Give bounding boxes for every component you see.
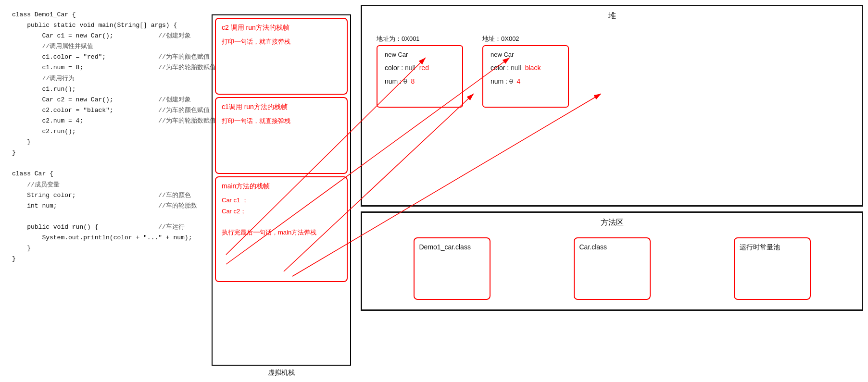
heap-obj1-num-old: 0 — [403, 77, 407, 85]
heap-obj1-color-old: null — [405, 64, 415, 72]
main-frame-note: 执行完最后一句话，main方法弹栈 — [222, 227, 341, 238]
car-class-box: Car.class — [574, 237, 651, 300]
code-line: } — [12, 255, 16, 262]
stack-panel: c2 调用 run方法的栈帧 打印一句话，就直接弹栈 c1调用 run方法的栈帧… — [212, 14, 351, 377]
code-line — [12, 160, 16, 167]
c1-run-frame: c1调用 run方法的栈帧 打印一句话，就直接弹栈 — [215, 97, 348, 174]
stack-label: 虚拟机栈 — [212, 369, 351, 377]
c2-run-frame: c2 调用 run方法的栈帧 打印一句话，就直接弹栈 — [215, 18, 348, 95]
code-line: class Car { — [12, 170, 53, 177]
c1-frame-content: 打印一句话，就直接弹栈 — [222, 115, 341, 126]
code-line: Car c2 = new Car(); //创建对象 — [12, 96, 191, 103]
heap-obj2-color-new: black — [525, 64, 541, 72]
main-layout: class Demo1_Car { public static void mai… — [0, 0, 868, 382]
heap-obj1: new Car color : null red num : 0 8 — [377, 45, 463, 108]
heap-obj1-num: num : 0 8 — [385, 74, 455, 88]
main-var-c2: Car c2； — [222, 206, 341, 217]
runtime-pool-label: 运行时常量池 — [740, 243, 780, 252]
code-line: c1.run(); — [12, 86, 76, 93]
heap-wrapper: 堆 地址为：0X001 new Car color : null red — [361, 5, 863, 207]
code-block: class Demo1_Car { public static void mai… — [12, 10, 204, 264]
code-line: public void run() { //车运行 — [12, 223, 185, 231]
heap-obj1-wrapper: 地址为：0X001 new Car color : null red num :… — [377, 45, 463, 108]
heap-obj1-color: color : null red — [385, 61, 455, 74]
stack-outer: c2 调用 run方法的栈帧 打印一句话，就直接弹栈 c1调用 run方法的栈帧… — [212, 14, 351, 366]
heap-obj1-color-new: red — [419, 64, 429, 72]
code-line: System.out.println(color + "..." + num); — [12, 234, 192, 241]
runtime-pool-box: 运行时常量池 — [734, 237, 811, 300]
c2-frame-title: c2 调用 run方法的栈帧 — [222, 24, 341, 32]
c2-frame-content: 打印一句话，就直接弹栈 — [222, 36, 341, 47]
heap-obj2-num-old: 0 — [509, 77, 513, 85]
main-frame-vars: Car c1 ； Car c2； — [222, 195, 341, 217]
main-frame-title: main方法的栈帧 — [222, 182, 341, 191]
heap-obj2-wrapper: 地址：0X002 new Car color : null black num … — [482, 45, 569, 108]
code-line: public static void main(String[] args) { — [12, 22, 177, 29]
code-line: Car c1 = new Car(); //创建对象 — [12, 32, 191, 39]
demo-class-label: Demo1_car.class — [419, 243, 471, 251]
heap-obj2-num-new: 4 — [517, 77, 521, 85]
code-line: String color; //车的颜色 — [12, 192, 191, 199]
code-line: class Demo1_Car { — [12, 11, 76, 18]
code-line: //成员变量 — [12, 181, 60, 188]
code-line — [12, 213, 16, 220]
main-var-c1: Car c1 ； — [222, 195, 341, 206]
right-panel: 堆 地址为：0X001 new Car color : null red — [351, 5, 863, 377]
code-line: } — [12, 138, 31, 146]
main-run-frame: main方法的栈帧 Car c1 ； Car c2； 执行完最后一句话，main… — [215, 176, 348, 282]
code-panel: class Demo1_Car { public static void mai… — [5, 5, 212, 377]
heap-obj1-addr: 地址为：0X001 — [377, 35, 420, 43]
method-title: 方法区 — [367, 218, 857, 228]
demo-class-box: Demo1_car.class — [414, 237, 491, 300]
c1-frame-title: c1调用 run方法的栈帧 — [222, 103, 341, 111]
heap-obj2-num: num : 0 4 — [491, 74, 561, 88]
code-line: int num; //车的轮胎数 — [12, 202, 197, 209]
heap-obj1-num-new: 8 — [411, 77, 415, 85]
code-line: } — [12, 245, 31, 252]
heap-objects: 地址为：0X001 new Car color : null red num :… — [367, 26, 857, 112]
heap-obj2-color-old: null — [511, 64, 521, 72]
code-line: //调用行为 — [12, 75, 75, 82]
method-section: 方法区 Demo1_car.class Car.class 运行时常量池 — [361, 211, 863, 311]
heap-obj2-color: color : null black — [491, 61, 561, 74]
code-line: c2.color = "black"; //为车的颜色赋值 — [12, 107, 210, 114]
code-line: c1.num = 8; //为车的轮胎数赋值 — [12, 64, 216, 71]
heap-obj2: new Car color : null black num : 0 4 — [482, 45, 569, 108]
code-line: //调用属性并赋值 — [12, 43, 93, 50]
heap-obj2-addr: 地址：0X002 — [482, 35, 519, 43]
method-boxes: Demo1_car.class Car.class 运行时常量池 — [367, 233, 857, 305]
heap-section: 堆 地址为：0X001 new Car color : null red — [361, 5, 863, 207]
heap-obj2-classname: new Car — [491, 51, 561, 58]
heap-obj1-classname: new Car — [385, 51, 455, 58]
code-line: c1.color = "red"; //为车的颜色赋值 — [12, 53, 210, 61]
heap-title: 堆 — [367, 11, 857, 21]
car-class-label: Car.class — [579, 243, 607, 251]
code-line: c2.num = 4; //为车的轮胎数赋值 — [12, 117, 216, 124]
code-line: } — [12, 149, 16, 156]
code-line: c2.run(); — [12, 128, 76, 135]
